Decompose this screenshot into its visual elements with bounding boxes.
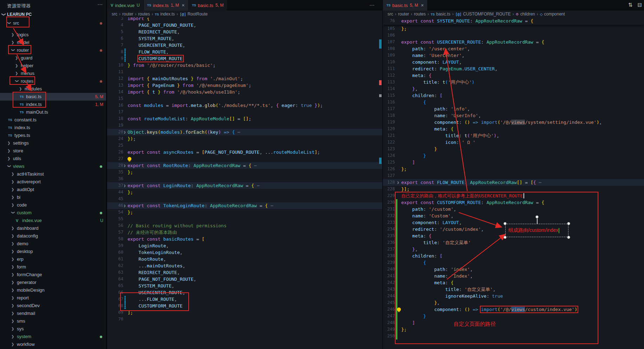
code-line-56[interactable]: 56// Basic routing without permissions — [107, 222, 382, 229]
fold-chevron-icon[interactable]: ❯ — [124, 182, 126, 189]
tree-item-constant.ts[interactable]: TSconstant.ts — [0, 116, 106, 124]
code-line-36[interactable]: 36 — [107, 176, 382, 182]
tree-item-workflow[interactable]: ❯workflow — [0, 341, 106, 348]
breadcrumb-item[interactable]: routes — [414, 12, 425, 17]
tab-index.vue[interactable]: Vindex.vueU — [107, 0, 143, 11]
code-line-120[interactable]: 120 meta: { — [383, 126, 644, 132]
code-line-61[interactable]: 61 RootRoute, — [107, 256, 382, 262]
code-line-245[interactable]: 245 }, — [383, 299, 644, 306]
code-line-116[interactable]: 116 { — [383, 99, 644, 106]
tree-item-guard[interactable]: ❯guard — [0, 54, 106, 62]
code-line-106[interactable]: 106 — [383, 32, 644, 39]
code-line-242[interactable]: 242 meta: { — [383, 279, 644, 286]
tree-item-sendmail[interactable]: ❯sendmail — [0, 310, 106, 317]
annotation-textbox[interactable]: 组成路由/custom/index — [505, 224, 568, 237]
code-line-110[interactable]: 110 component: LAYOUT, — [383, 59, 644, 65]
tree-item-settings[interactable]: ❯settings — [0, 139, 106, 147]
tree-item-menus[interactable]: ❯menus — [0, 70, 106, 77]
tree-item-generator[interactable]: ❯generator — [0, 279, 106, 286]
tree-item-helper[interactable]: ❯helper — [0, 62, 106, 70]
breadcrumb-item[interactable]: TSindex.ts — [155, 12, 175, 17]
code-line-63[interactable]: 63 REDIRECT_ROUTE, — [107, 269, 382, 276]
right-editor-content[interactable]: 105};106107export const USERCENTER_ROUTE… — [383, 18, 644, 349]
code-line-237[interactable]: 237 }, — [383, 246, 644, 253]
tree-item-formChange[interactable]: ❯formChange — [0, 271, 106, 279]
tree-item-views[interactable]: ❯views — [0, 163, 106, 170]
tree-item-auditOpt[interactable]: ❯auditOpt — [0, 186, 106, 193]
code-line-57[interactable]: 57// 未经许可的基本路由 — [107, 229, 382, 236]
code-line-238[interactable]: 238 children: [ — [383, 253, 644, 259]
code-line-7[interactable]: 7 USERCENTER_ROUTE, — [107, 42, 382, 49]
code-line-58[interactable]: 58export const basicRoutes = [ — [107, 236, 382, 242]
tree-item-index.ts[interactable]: TSindex.ts1, M — [0, 101, 106, 108]
code-line-19[interactable]: 19 — [107, 122, 382, 129]
tree-item-form[interactable]: ❯form — [0, 263, 106, 271]
code-line-240[interactable]: 240 path: 'index', — [383, 266, 644, 273]
close-icon[interactable]: × — [421, 2, 424, 8]
tree-item-system[interactable]: ❯system — [0, 333, 106, 341]
code-line-239[interactable]: 239 { — [383, 259, 644, 266]
code-line-16[interactable]: 16const modules = import.meta.glob('./mo… — [107, 102, 382, 109]
code-line-27[interactable]: 27 — [107, 156, 382, 162]
tree-item-router[interactable]: ❯router — [0, 46, 106, 54]
code-line-8[interactable]: 8 FLOW_ROUTE, — [107, 49, 382, 55]
tree-item-index.ts[interactable]: TSindex.ts — [0, 124, 106, 132]
code-line-128[interactable]: 128❯export const FLOW_ROUTE: AppRouteRec… — [383, 179, 644, 186]
code-line-125[interactable]: 125 ] — [383, 159, 644, 166]
code-line-121[interactable]: 121 title: t('用户中心'), — [383, 132, 644, 139]
tab-index.ts[interactable]: TSindex.ts1, M× — [144, 0, 188, 11]
code-line-46[interactable]: 46❯export const TokenLoginRoute: AppRout… — [107, 202, 382, 209]
tree-item-src[interactable]: ❯src — [0, 19, 106, 27]
tree-item-code[interactable]: ❯code — [0, 201, 106, 209]
code-line-45[interactable]: 45 — [107, 196, 382, 202]
code-line-28[interactable]: 28❯export const RootRoute: AppRouteRecor… — [107, 162, 382, 169]
code-line-117[interactable]: 117 path: 'info', — [383, 106, 644, 112]
fold-chevron-icon[interactable]: ❯ — [124, 162, 126, 169]
tree-item-utils[interactable]: ❯utils — [0, 155, 106, 163]
sticky-scroll-line[interactable]: 76 export const SYSTEM_ROUTE: AppRouteRe… — [383, 18, 644, 25]
code-line-243[interactable]: 243 title: '自定义菜单', — [383, 286, 644, 293]
close-icon[interactable]: × — [182, 2, 184, 8]
code-line-35[interactable]: 35}; — [107, 169, 382, 176]
tree-item-modules[interactable]: ❯modules — [0, 85, 106, 93]
fold-chevron-icon[interactable]: ❯ — [124, 129, 126, 135]
code-line-114[interactable]: 114 }, — [383, 85, 644, 92]
tree-item-store[interactable]: ❯store — [0, 147, 106, 155]
code-line-70[interactable]: 70 — [107, 316, 382, 323]
code-line-14[interactable]: 14import { t } from '/@/hooks/web/useI18… — [107, 89, 382, 95]
code-line-232[interactable]: 232 name: 'Custom', — [383, 212, 644, 219]
breadcrumb-item[interactable]: router — [122, 12, 133, 17]
tree-item-basic.ts[interactable]: TSbasic.ts5, M — [0, 93, 106, 101]
code-line-44[interactable]: 44}; — [107, 189, 382, 196]
tree-item-mobileDesign[interactable]: ❯mobileDesign — [0, 286, 106, 294]
code-line-236[interactable]: 236 title: '自定义菜单' — [383, 239, 644, 246]
compare-editors-icon[interactable]: ⇅ — [628, 2, 633, 8]
code-line-68[interactable]: 68 CUSTOMFORM_ROUTE — [107, 303, 382, 309]
tree-item-sys[interactable]: ❯sys — [0, 325, 106, 333]
code-line-249[interactable]: 249}; — [383, 326, 644, 333]
code-line-112[interactable]: 112 meta: { — [383, 72, 644, 79]
middle-editor-content[interactable]: 3import {4 PAGE_NOT_FOUND_ROUTE,5 REDIRE… — [107, 18, 382, 349]
code-line-66[interactable]: 66 USERCENTER_ROUTE, — [107, 289, 382, 296]
code-line-108[interactable]: 108 path: '/user-center', — [383, 45, 644, 52]
tree-item-report[interactable]: ❯report — [0, 294, 106, 302]
tree-item-index.vue[interactable]: Vindex.vueU — [0, 217, 106, 224]
code-line-10[interactable]: 10} from '/@/router/routes/basic'; — [107, 62, 382, 69]
fold-chevron-icon[interactable]: ❯ — [397, 179, 399, 186]
code-line-119[interactable]: 119 component: () => import('/@/views/sy… — [383, 119, 644, 126]
breadcrumb-item[interactable]: ◇component — [540, 12, 565, 17]
tree-item-demo[interactable]: ❯demo — [0, 240, 106, 248]
code-line-18[interactable]: 18const routeModuleList: AppRouteModule[… — [107, 115, 382, 122]
tree-item-custom[interactable]: ❯custom — [0, 209, 106, 217]
code-line-126[interactable]: 126}; — [383, 166, 644, 172]
tree-item-actHiTaskinst[interactable]: ❯actHiTaskinst — [0, 170, 106, 178]
tree-item-dashboard[interactable]: ❯dashboard — [0, 224, 106, 232]
tree-item-types.ts[interactable]: TStypes.ts — [0, 132, 106, 139]
code-line-246[interactable]: 246 component: () => import('/@/views/cu… — [383, 306, 644, 313]
code-line-26[interactable]: 26export const asyncRoutes = [PAGE_NOT_F… — [107, 149, 382, 156]
code-line-37[interactable]: 37❯export const LoginRoute: AppRouteReco… — [107, 182, 382, 189]
code-line-241[interactable]: 241 name: 'Index', — [383, 273, 644, 279]
code-line-20[interactable]: 20❯Object.keys(modules).forEach((key) =>… — [107, 129, 382, 135]
code-line-60[interactable]: 60 TokenLoginRoute, — [107, 249, 382, 256]
code-line-105[interactable]: 105}; — [383, 25, 644, 32]
